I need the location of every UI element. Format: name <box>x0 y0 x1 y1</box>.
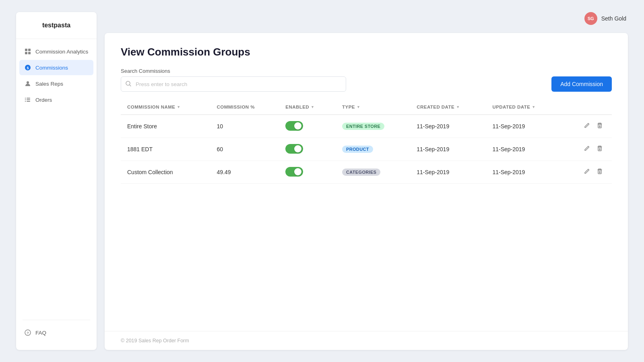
svg-rect-10 <box>27 99 30 100</box>
add-commission-button[interactable]: Add Commission <box>551 76 612 92</box>
cell-enabled[interactable] <box>279 138 336 161</box>
svg-rect-12 <box>27 101 30 102</box>
sidebar-bottom: ? FAQ <box>16 325 97 340</box>
user-name: Seth Gold <box>601 15 626 22</box>
svg-rect-9 <box>25 99 26 100</box>
type-badge: CATEGORIES <box>342 169 380 176</box>
sidebar-nav: Commission Analytics $ Commissions <box>16 44 97 315</box>
actions-cell <box>568 144 605 155</box>
page-title: View Commission Groups <box>121 46 612 58</box>
search-input[interactable] <box>121 76 346 92</box>
cell-enabled[interactable] <box>279 115 336 138</box>
list-icon <box>24 96 31 103</box>
search-group: Search Commissions <box>121 68 346 92</box>
th-commission-percent: COMMISSION % <box>211 100 279 115</box>
sidebar-item-commissions[interactable]: $ Commissions <box>19 60 93 75</box>
cell-updated-date: 11-Sep-2019 <box>486 161 561 184</box>
cell-actions <box>562 138 612 161</box>
dollar-icon: $ <box>24 64 31 71</box>
table-header-row: COMMISSION NAME ▼ COMMISSION % ENABL <box>121 100 612 115</box>
svg-rect-17 <box>598 124 601 128</box>
actions-cell <box>568 167 605 178</box>
table-row: Entire Store 10 ENTIRE STORE 11-Sep-2019… <box>121 115 612 138</box>
search-row: Search Commissions Add Commission <box>105 68 628 100</box>
cell-percent: 60 <box>211 138 279 161</box>
cell-type: PRODUCT <box>336 138 410 161</box>
sidebar-item-commission-analytics[interactable]: Commission Analytics <box>19 44 93 59</box>
sort-icon: ▼ <box>357 105 360 109</box>
sidebar-item-faq[interactable]: ? FAQ <box>19 325 93 340</box>
th-actions <box>562 100 612 115</box>
sidebar-divider <box>23 320 90 320</box>
avatar: SG <box>584 12 597 25</box>
edit-button[interactable] <box>581 167 592 178</box>
cell-name: 1881 EDT <box>121 138 211 161</box>
table-row: 1881 EDT 60 PRODUCT 11-Sep-2019 11-Sep-2… <box>121 138 612 161</box>
sidebar-item-label: Orders <box>35 97 52 103</box>
table-wrapper: COMMISSION NAME ▼ COMMISSION % ENABL <box>105 100 628 331</box>
svg-text:?: ? <box>27 331 29 335</box>
edit-button[interactable] <box>581 121 592 132</box>
page-footer: © 2019 Sales Rep Order Form <box>105 331 628 350</box>
topbar: SG Seth Gold <box>105 12 628 25</box>
sidebar-item-label: Commissions <box>35 65 68 71</box>
sidebar-item-label: Commission Analytics <box>35 49 88 55</box>
th-updated-date[interactable]: UPDATED DATE ▼ <box>486 100 561 115</box>
sort-icon: ▼ <box>456 105 460 109</box>
sidebar-item-label: FAQ <box>35 330 46 336</box>
cell-actions <box>562 161 612 184</box>
page-header: View Commission Groups <box>105 33 628 68</box>
footer-text: © 2019 Sales Rep Order Form <box>121 338 189 343</box>
sort-icon: ▼ <box>532 105 535 109</box>
sidebar-item-sales-reps[interactable]: Sales Reps <box>19 76 93 91</box>
th-enabled[interactable]: ENABLED ▼ <box>279 100 336 115</box>
enabled-toggle[interactable] <box>285 144 303 154</box>
th-type[interactable]: TYPE ▼ <box>336 100 410 115</box>
edit-button[interactable] <box>581 144 592 155</box>
main-content: SG Seth Gold View Commission Groups Sear… <box>105 12 628 350</box>
sidebar-item-label: Sales Reps <box>35 81 63 87</box>
svg-rect-11 <box>25 101 26 102</box>
cell-created-date: 11-Sep-2019 <box>410 161 486 184</box>
svg-rect-7 <box>25 98 26 99</box>
svg-rect-1 <box>28 49 31 51</box>
sidebar-brand: testpasta <box>16 22 97 39</box>
svg-rect-3 <box>28 52 31 54</box>
page-card: View Commission Groups Search Commission… <box>105 33 628 350</box>
svg-point-6 <box>27 81 29 84</box>
cell-created-date: 11-Sep-2019 <box>410 115 486 138</box>
delete-button[interactable] <box>594 167 605 178</box>
svg-text:$: $ <box>27 66 29 70</box>
th-created-date[interactable]: CREATED DATE ▼ <box>410 100 486 115</box>
grid-icon <box>24 48 31 55</box>
sort-icon: ▼ <box>177 105 180 109</box>
cell-updated-date: 11-Sep-2019 <box>486 138 561 161</box>
sort-icon: ▼ <box>311 105 314 109</box>
svg-rect-8 <box>27 98 30 99</box>
type-badge: PRODUCT <box>342 146 373 153</box>
question-icon: ? <box>24 329 31 336</box>
type-badge: ENTIRE STORE <box>342 123 384 130</box>
search-label: Search Commissions <box>121 68 346 74</box>
cell-percent: 49.49 <box>211 161 279 184</box>
enabled-toggle[interactable] <box>285 167 303 177</box>
sidebar-item-orders[interactable]: Orders <box>19 92 93 107</box>
cell-type: CATEGORIES <box>336 161 410 184</box>
sidebar: testpasta Commission Analytics <box>16 12 97 350</box>
cell-name: Entire Store <box>121 115 211 138</box>
cell-percent: 10 <box>211 115 279 138</box>
delete-button[interactable] <box>594 121 605 132</box>
cell-updated-date: 11-Sep-2019 <box>486 115 561 138</box>
table-row: Custom Collection 49.49 CATEGORIES 11-Se… <box>121 161 612 184</box>
commissions-table: COMMISSION NAME ▼ COMMISSION % ENABL <box>121 100 612 184</box>
delete-button[interactable] <box>594 144 605 155</box>
cell-created-date: 11-Sep-2019 <box>410 138 486 161</box>
cell-enabled[interactable] <box>279 161 336 184</box>
search-input-wrapper <box>121 76 346 92</box>
cell-name: Custom Collection <box>121 161 211 184</box>
th-commission-name[interactable]: COMMISSION NAME ▼ <box>121 100 211 115</box>
svg-rect-2 <box>25 52 27 54</box>
svg-rect-20 <box>598 147 601 151</box>
enabled-toggle[interactable] <box>285 121 303 131</box>
person-icon <box>24 80 31 87</box>
